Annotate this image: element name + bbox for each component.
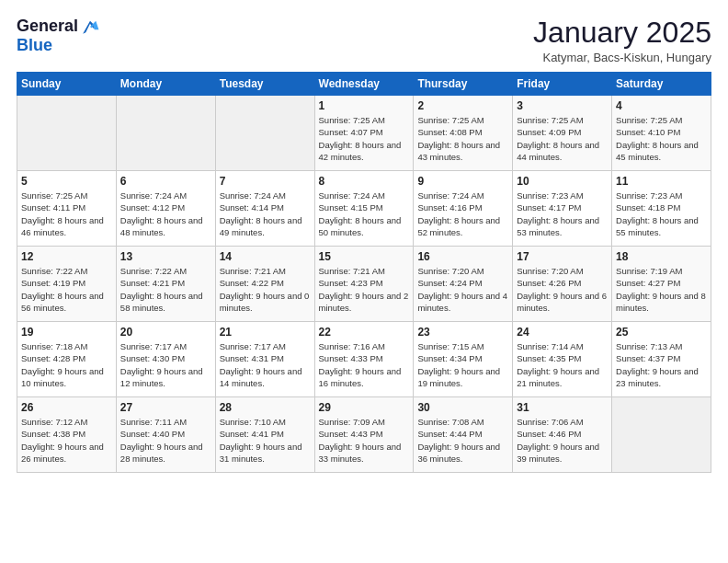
day-number: 9 xyxy=(417,175,508,188)
calendar-cell: 8Sunrise: 7:24 AM Sunset: 4:15 PM Daylig… xyxy=(314,171,414,247)
day-info: Sunrise: 7:25 AM Sunset: 4:11 PM Dayligh… xyxy=(21,190,112,238)
calendar-cell xyxy=(17,96,117,171)
calendar-cell: 23Sunrise: 7:15 AM Sunset: 4:34 PM Dayli… xyxy=(414,322,513,397)
calendar-day-header: Thursday xyxy=(414,73,513,96)
calendar-day-header: Sunday xyxy=(17,73,117,96)
calendar-cell: 20Sunrise: 7:17 AM Sunset: 4:30 PM Dayli… xyxy=(116,322,215,397)
day-info: Sunrise: 7:23 AM Sunset: 4:17 PM Dayligh… xyxy=(517,190,608,238)
day-number: 8 xyxy=(319,175,410,188)
location: Katymar, Bacs-Kiskun, Hungary xyxy=(533,51,711,64)
day-number: 10 xyxy=(517,175,608,188)
calendar-cell: 12Sunrise: 7:22 AM Sunset: 4:19 PM Dayli… xyxy=(17,247,117,322)
calendar-cell: 24Sunrise: 7:14 AM Sunset: 4:35 PM Dayli… xyxy=(513,322,612,397)
day-number: 22 xyxy=(319,326,410,339)
day-number: 20 xyxy=(120,326,211,339)
day-info: Sunrise: 7:11 AM Sunset: 4:40 PM Dayligh… xyxy=(120,416,211,465)
calendar-cell xyxy=(215,96,314,171)
calendar-cell: 1Sunrise: 7:25 AM Sunset: 4:07 PM Daylig… xyxy=(314,96,414,171)
calendar-cell: 30Sunrise: 7:08 AM Sunset: 4:44 PM Dayli… xyxy=(414,397,513,473)
day-info: Sunrise: 7:13 AM Sunset: 4:37 PM Dayligh… xyxy=(616,340,707,389)
logo-general: General xyxy=(17,17,78,36)
day-number: 31 xyxy=(517,401,608,414)
calendar-cell: 5Sunrise: 7:25 AM Sunset: 4:11 PM Daylig… xyxy=(17,171,117,247)
day-number: 25 xyxy=(616,326,707,339)
day-info: Sunrise: 7:14 AM Sunset: 4:35 PM Dayligh… xyxy=(517,340,608,389)
day-info: Sunrise: 7:06 AM Sunset: 4:46 PM Dayligh… xyxy=(517,416,608,465)
day-number: 13 xyxy=(120,250,211,263)
day-info: Sunrise: 7:10 AM Sunset: 4:41 PM Dayligh… xyxy=(220,416,311,465)
calendar-cell xyxy=(612,397,711,473)
day-number: 29 xyxy=(319,401,410,414)
day-number: 15 xyxy=(319,250,410,263)
day-info: Sunrise: 7:24 AM Sunset: 4:12 PM Dayligh… xyxy=(120,190,211,238)
day-number: 6 xyxy=(120,175,211,188)
calendar-cell: 31Sunrise: 7:06 AM Sunset: 4:46 PM Dayli… xyxy=(513,397,612,473)
day-number: 5 xyxy=(21,175,112,188)
day-info: Sunrise: 7:24 AM Sunset: 4:15 PM Dayligh… xyxy=(319,190,410,238)
day-info: Sunrise: 7:09 AM Sunset: 4:43 PM Dayligh… xyxy=(319,416,410,465)
day-info: Sunrise: 7:18 AM Sunset: 4:28 PM Dayligh… xyxy=(21,340,112,389)
calendar-cell: 16Sunrise: 7:20 AM Sunset: 4:24 PM Dayli… xyxy=(414,247,513,322)
title-area: January 2025 Katymar, Bacs-Kiskun, Hunga… xyxy=(533,17,711,64)
day-number: 2 xyxy=(417,99,508,112)
day-info: Sunrise: 7:20 AM Sunset: 4:26 PM Dayligh… xyxy=(517,265,608,314)
calendar-week-row: 5Sunrise: 7:25 AM Sunset: 4:11 PM Daylig… xyxy=(17,171,711,247)
day-number: 11 xyxy=(616,175,707,188)
calendar-cell: 18Sunrise: 7:19 AM Sunset: 4:27 PM Dayli… xyxy=(612,247,711,322)
calendar-cell: 10Sunrise: 7:23 AM Sunset: 4:17 PM Dayli… xyxy=(513,171,612,247)
calendar-cell: 4Sunrise: 7:25 AM Sunset: 4:10 PM Daylig… xyxy=(612,96,711,171)
calendar-day-header: Saturday xyxy=(612,73,711,96)
logo: General Blue xyxy=(17,17,100,55)
day-info: Sunrise: 7:25 AM Sunset: 4:07 PM Dayligh… xyxy=(319,114,410,163)
calendar-cell: 2Sunrise: 7:25 AM Sunset: 4:08 PM Daylig… xyxy=(414,96,513,171)
calendar-week-row: 26Sunrise: 7:12 AM Sunset: 4:38 PM Dayli… xyxy=(17,397,711,473)
day-info: Sunrise: 7:15 AM Sunset: 4:34 PM Dayligh… xyxy=(417,340,508,389)
calendar-cell: 14Sunrise: 7:21 AM Sunset: 4:22 PM Dayli… xyxy=(215,247,314,322)
calendar-cell: 26Sunrise: 7:12 AM Sunset: 4:38 PM Dayli… xyxy=(17,397,117,473)
day-number: 16 xyxy=(417,250,508,263)
calendar-day-header: Friday xyxy=(513,73,612,96)
day-number: 4 xyxy=(616,99,707,112)
page: General Blue January 2025 Katymar, Bacs-… xyxy=(0,0,728,563)
calendar-cell xyxy=(116,96,215,171)
day-number: 21 xyxy=(220,326,311,339)
day-info: Sunrise: 7:08 AM Sunset: 4:44 PM Dayligh… xyxy=(417,416,508,465)
day-number: 30 xyxy=(417,401,508,414)
calendar-cell: 17Sunrise: 7:20 AM Sunset: 4:26 PM Dayli… xyxy=(513,247,612,322)
day-number: 18 xyxy=(616,250,707,263)
day-info: Sunrise: 7:16 AM Sunset: 4:33 PM Dayligh… xyxy=(319,340,410,389)
day-info: Sunrise: 7:24 AM Sunset: 4:14 PM Dayligh… xyxy=(220,190,311,238)
day-info: Sunrise: 7:22 AM Sunset: 4:19 PM Dayligh… xyxy=(21,265,112,314)
calendar-day-header: Wednesday xyxy=(314,73,414,96)
day-number: 27 xyxy=(120,401,211,414)
calendar-cell: 19Sunrise: 7:18 AM Sunset: 4:28 PM Dayli… xyxy=(17,322,117,397)
day-info: Sunrise: 7:23 AM Sunset: 4:18 PM Dayligh… xyxy=(616,190,707,238)
day-info: Sunrise: 7:17 AM Sunset: 4:30 PM Dayligh… xyxy=(120,340,211,389)
calendar-cell: 29Sunrise: 7:09 AM Sunset: 4:43 PM Dayli… xyxy=(314,397,414,473)
day-info: Sunrise: 7:20 AM Sunset: 4:24 PM Dayligh… xyxy=(417,265,508,314)
day-info: Sunrise: 7:21 AM Sunset: 4:22 PM Dayligh… xyxy=(220,265,311,314)
day-number: 12 xyxy=(21,250,112,263)
calendar-cell: 25Sunrise: 7:13 AM Sunset: 4:37 PM Dayli… xyxy=(612,322,711,397)
header: General Blue January 2025 Katymar, Bacs-… xyxy=(17,17,711,64)
calendar-week-row: 1Sunrise: 7:25 AM Sunset: 4:07 PM Daylig… xyxy=(17,96,711,171)
logo-blue: Blue xyxy=(17,37,100,55)
calendar-cell: 9Sunrise: 7:24 AM Sunset: 4:16 PM Daylig… xyxy=(414,171,513,247)
day-info: Sunrise: 7:25 AM Sunset: 4:10 PM Dayligh… xyxy=(616,114,707,163)
calendar-cell: 13Sunrise: 7:22 AM Sunset: 4:21 PM Dayli… xyxy=(116,247,215,322)
calendar-cell: 22Sunrise: 7:16 AM Sunset: 4:33 PM Dayli… xyxy=(314,322,414,397)
day-number: 7 xyxy=(220,175,311,188)
calendar-cell: 21Sunrise: 7:17 AM Sunset: 4:31 PM Dayli… xyxy=(215,322,314,397)
logo-icon xyxy=(80,17,100,37)
day-number: 3 xyxy=(517,99,608,112)
day-info: Sunrise: 7:21 AM Sunset: 4:23 PM Dayligh… xyxy=(319,265,410,314)
day-info: Sunrise: 7:22 AM Sunset: 4:21 PM Dayligh… xyxy=(120,265,211,314)
day-number: 19 xyxy=(21,326,112,339)
calendar-day-header: Tuesday xyxy=(215,73,314,96)
calendar-week-row: 12Sunrise: 7:22 AM Sunset: 4:19 PM Dayli… xyxy=(17,247,711,322)
calendar-week-row: 19Sunrise: 7:18 AM Sunset: 4:28 PM Dayli… xyxy=(17,322,711,397)
calendar-cell: 28Sunrise: 7:10 AM Sunset: 4:41 PM Dayli… xyxy=(215,397,314,473)
day-info: Sunrise: 7:17 AM Sunset: 4:31 PM Dayligh… xyxy=(220,340,311,389)
calendar-cell: 7Sunrise: 7:24 AM Sunset: 4:14 PM Daylig… xyxy=(215,171,314,247)
day-number: 28 xyxy=(220,401,311,414)
